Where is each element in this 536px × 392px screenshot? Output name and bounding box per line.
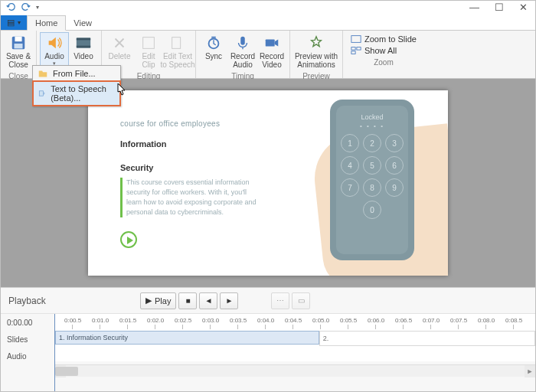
svg-rect-6 xyxy=(143,38,155,49)
preview-animations-button[interactable]: Preview with Animations xyxy=(293,32,339,71)
group-label-zoom: Zoom xyxy=(346,57,421,67)
slide-body: This course covers essential information… xyxy=(126,178,260,217)
file-tab[interactable]: ▤▾ xyxy=(1,15,27,30)
svg-rect-7 xyxy=(172,38,181,49)
svg-rect-13 xyxy=(351,47,355,51)
svg-rect-4 xyxy=(77,38,90,41)
record-audio-button[interactable]: Record Audio xyxy=(228,32,257,71)
timeline-scrollbar[interactable]: ◄ ► xyxy=(55,364,535,377)
svg-rect-14 xyxy=(357,47,361,51)
svg-rect-5 xyxy=(77,46,90,48)
phone-illustration: Locked • • • • 1234567890 xyxy=(279,90,448,276)
file-menu-icon: ▤ xyxy=(7,18,15,28)
svg-rect-2 xyxy=(15,44,23,48)
sync-icon xyxy=(205,34,222,51)
timeline-time-label: 0:00.00 xyxy=(1,314,54,331)
action2-button[interactable]: ▭ xyxy=(292,292,310,309)
cursor-icon xyxy=(113,83,129,103)
maximize-button[interactable]: ☐ xyxy=(492,2,507,13)
playback-bar: Playback ▶Play ■ ◄ ► ⋯ ▭ xyxy=(1,287,535,313)
slide-stage: course for office employees InformationS… xyxy=(1,79,535,287)
svg-rect-1 xyxy=(15,37,21,41)
microphone-icon xyxy=(234,34,251,51)
edit-tts-button[interactable]: Edit Text to Speech xyxy=(163,32,192,71)
edit-clip-icon xyxy=(140,34,157,51)
zoom-slide-icon xyxy=(351,34,361,44)
slide-clip-1[interactable]: 1. Information Security xyxy=(55,331,319,345)
edit-tts-icon xyxy=(169,34,186,51)
delete-button[interactable]: Delete xyxy=(105,32,134,63)
timeline-audio-label: Audio xyxy=(1,348,54,364)
stop-button[interactable]: ■ xyxy=(178,292,197,309)
timeline: 0:00.00 Slides Audio 0:00.50:01.00:01.50… xyxy=(1,313,535,392)
show-all-icon xyxy=(351,46,361,55)
play-triangle-icon: ▶ xyxy=(145,296,152,305)
slide-eyebrow: course for office employees xyxy=(120,119,220,128)
delete-icon xyxy=(111,34,128,51)
close-window-button[interactable]: ✕ xyxy=(516,2,531,13)
slide-title: InformationSecurity xyxy=(120,130,167,178)
zoom-to-slide-button[interactable]: Zoom to Slide xyxy=(349,34,418,44)
sync-button[interactable]: Sync xyxy=(199,32,228,63)
svg-rect-15 xyxy=(351,51,355,54)
preview-icon xyxy=(308,34,325,51)
minimize-button[interactable]: ― xyxy=(466,2,482,13)
next-button[interactable]: ► xyxy=(220,292,238,309)
playback-label: Playback xyxy=(8,296,140,306)
undo-icon[interactable] xyxy=(5,2,16,12)
slide-clip-2[interactable]: 2. xyxy=(319,331,535,346)
action1-button[interactable]: ⋯ xyxy=(271,292,289,309)
tts-icon xyxy=(38,88,46,99)
slides-track[interactable]: 1. Information Security 2. xyxy=(55,331,535,346)
timeline-slides-label: Slides xyxy=(1,331,54,348)
audio-dropdown-menu: From File... Text to Speech (Beta)... xyxy=(32,65,121,106)
slide-preview[interactable]: course for office employees InformationS… xyxy=(88,90,448,276)
scroll-thumb[interactable] xyxy=(55,367,78,376)
svg-rect-10 xyxy=(240,37,245,45)
svg-rect-11 xyxy=(266,39,275,46)
audio-button[interactable]: Audio▾ xyxy=(40,32,69,69)
slide-accent-bar xyxy=(120,178,123,217)
svg-rect-12 xyxy=(351,36,361,43)
tab-home[interactable]: Home xyxy=(27,15,66,31)
tab-strip: ▤▾ Home View xyxy=(1,13,535,30)
play-button[interactable]: ▶Play xyxy=(140,292,176,309)
menu-from-file[interactable]: From File... xyxy=(33,66,120,81)
show-all-button[interactable]: Show All xyxy=(349,45,418,56)
prev-button[interactable]: ◄ xyxy=(199,292,217,309)
edit-clip-button[interactable]: Edit Clip xyxy=(134,32,163,71)
timeline-ruler[interactable]: 0:00.50:01.00:01.50:02.00:02.50:03.00:03… xyxy=(55,314,535,331)
redo-icon[interactable] xyxy=(21,2,31,12)
record-video-button[interactable]: Record Video xyxy=(257,32,286,71)
play-icon xyxy=(120,231,137,248)
save-icon xyxy=(10,34,27,51)
svg-rect-9 xyxy=(211,37,216,38)
video-icon xyxy=(75,34,92,51)
tab-view[interactable]: View xyxy=(66,16,100,30)
title-bar: ▾ ― ☐ ✕ xyxy=(1,1,535,13)
save-close-button[interactable]: Save & Close xyxy=(4,32,33,71)
audio-icon xyxy=(46,34,63,51)
video-button[interactable]: Video xyxy=(69,32,98,63)
svg-rect-16 xyxy=(39,91,43,96)
scroll-right-icon[interactable]: ► xyxy=(525,365,535,377)
audio-track[interactable] xyxy=(55,346,535,361)
camera-icon xyxy=(263,34,280,51)
folder-icon xyxy=(38,68,48,79)
qat-dropdown-icon[interactable]: ▾ xyxy=(36,4,39,11)
menu-text-to-speech[interactable]: Text to Speech (Beta)... xyxy=(32,80,121,106)
